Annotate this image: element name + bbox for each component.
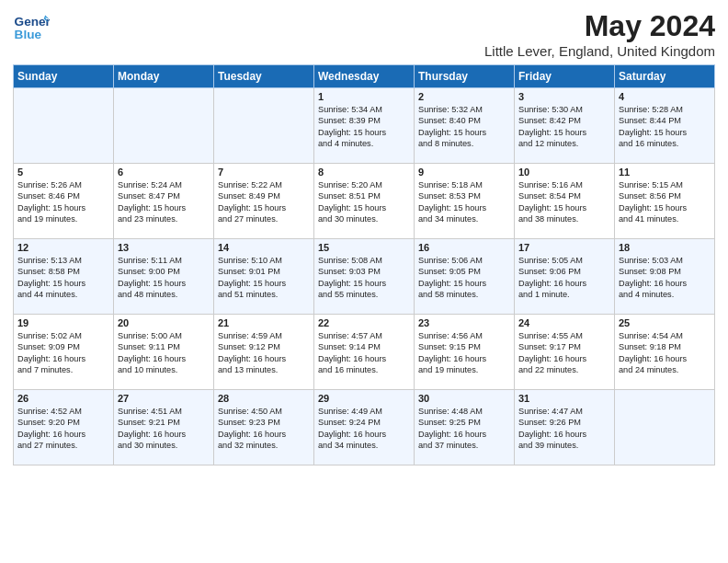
- day-info: Sunrise: 4:50 AM Sunset: 9:23 PM Dayligh…: [218, 406, 310, 452]
- week-row-4: 19Sunrise: 5:02 AM Sunset: 9:09 PM Dayli…: [14, 315, 715, 390]
- day-cell: 22Sunrise: 4:57 AM Sunset: 9:14 PM Dayli…: [314, 315, 415, 390]
- day-cell: 23Sunrise: 4:56 AM Sunset: 9:15 PM Dayli…: [415, 315, 515, 390]
- day-cell: 1Sunrise: 5:34 AM Sunset: 8:39 PM Daylig…: [314, 88, 415, 164]
- col-header-wednesday: Wednesday: [314, 65, 415, 88]
- day-number: 30: [418, 393, 510, 404]
- day-info: Sunrise: 5:34 AM Sunset: 8:39 PM Dayligh…: [318, 104, 410, 150]
- day-cell: [214, 88, 314, 164]
- day-cell: 8Sunrise: 5:20 AM Sunset: 8:51 PM Daylig…: [314, 164, 415, 239]
- day-cell: 21Sunrise: 4:59 AM Sunset: 9:12 PM Dayli…: [214, 315, 314, 390]
- day-info: Sunrise: 5:28 AM Sunset: 8:44 PM Dayligh…: [619, 104, 711, 150]
- day-number: 9: [418, 167, 510, 178]
- day-cell: 30Sunrise: 4:48 AM Sunset: 9:25 PM Dayli…: [415, 390, 515, 465]
- day-cell: 12Sunrise: 5:13 AM Sunset: 8:58 PM Dayli…: [14, 239, 114, 315]
- day-cell: 5Sunrise: 5:26 AM Sunset: 8:46 PM Daylig…: [14, 164, 114, 239]
- day-info: Sunrise: 5:22 AM Sunset: 8:49 PM Dayligh…: [218, 179, 310, 225]
- main-title: May 2024: [484, 9, 715, 43]
- day-number: 2: [418, 91, 510, 102]
- day-info: Sunrise: 5:30 AM Sunset: 8:42 PM Dayligh…: [518, 104, 610, 150]
- day-cell: 10Sunrise: 5:16 AM Sunset: 8:54 PM Dayli…: [515, 164, 615, 239]
- week-row-2: 5Sunrise: 5:26 AM Sunset: 8:46 PM Daylig…: [14, 164, 715, 239]
- day-info: Sunrise: 4:49 AM Sunset: 9:24 PM Dayligh…: [318, 406, 410, 452]
- page: General Blue May 2024 Little Lever, Engl…: [0, 0, 728, 563]
- day-number: 18: [619, 242, 711, 253]
- day-cell: 20Sunrise: 5:00 AM Sunset: 9:11 PM Dayli…: [114, 315, 214, 390]
- week-row-3: 12Sunrise: 5:13 AM Sunset: 8:58 PM Dayli…: [14, 239, 715, 315]
- day-cell: 13Sunrise: 5:11 AM Sunset: 9:00 PM Dayli…: [114, 239, 214, 315]
- day-info: Sunrise: 4:54 AM Sunset: 9:18 PM Dayligh…: [619, 330, 711, 376]
- day-info: Sunrise: 5:32 AM Sunset: 8:40 PM Dayligh…: [418, 104, 510, 150]
- day-number: 24: [518, 317, 610, 328]
- day-cell: 24Sunrise: 4:55 AM Sunset: 9:17 PM Dayli…: [515, 315, 615, 390]
- day-cell: 27Sunrise: 4:51 AM Sunset: 9:21 PM Dayli…: [114, 390, 214, 465]
- day-info: Sunrise: 5:15 AM Sunset: 8:56 PM Dayligh…: [619, 179, 711, 225]
- day-number: 12: [17, 242, 109, 253]
- day-info: Sunrise: 5:10 AM Sunset: 9:01 PM Dayligh…: [218, 255, 310, 301]
- day-number: 28: [218, 393, 310, 404]
- col-header-sunday: Sunday: [14, 65, 114, 88]
- day-number: 6: [118, 167, 210, 178]
- day-number: 1: [318, 91, 410, 102]
- day-cell: 6Sunrise: 5:24 AM Sunset: 8:47 PM Daylig…: [114, 164, 214, 239]
- day-info: Sunrise: 4:57 AM Sunset: 9:14 PM Dayligh…: [318, 330, 410, 376]
- day-cell: 11Sunrise: 5:15 AM Sunset: 8:56 PM Dayli…: [615, 164, 715, 239]
- day-cell: 16Sunrise: 5:06 AM Sunset: 9:05 PM Dayli…: [415, 239, 515, 315]
- day-number: 29: [318, 393, 410, 404]
- day-cell: 31Sunrise: 4:47 AM Sunset: 9:26 PM Dayli…: [515, 390, 615, 465]
- day-cell: [615, 390, 715, 465]
- day-info: Sunrise: 5:08 AM Sunset: 9:03 PM Dayligh…: [318, 255, 410, 301]
- header: General Blue May 2024 Little Lever, Engl…: [13, 9, 715, 59]
- day-info: Sunrise: 5:11 AM Sunset: 9:00 PM Dayligh…: [118, 255, 210, 301]
- day-info: Sunrise: 5:26 AM Sunset: 8:46 PM Dayligh…: [17, 179, 109, 225]
- day-info: Sunrise: 4:55 AM Sunset: 9:17 PM Dayligh…: [518, 330, 610, 376]
- day-number: 13: [118, 242, 210, 253]
- calendar-table: SundayMondayTuesdayWednesdayThursdayFrid…: [13, 64, 715, 465]
- day-info: Sunrise: 5:20 AM Sunset: 8:51 PM Dayligh…: [318, 179, 410, 225]
- day-info: Sunrise: 4:59 AM Sunset: 9:12 PM Dayligh…: [218, 330, 310, 376]
- day-number: 19: [17, 317, 109, 328]
- day-number: 25: [619, 317, 711, 328]
- subtitle: Little Lever, England, United Kingdom: [484, 43, 715, 59]
- logo: General Blue: [13, 9, 50, 46]
- day-number: 11: [619, 167, 711, 178]
- title-block: May 2024 Little Lever, England, United K…: [484, 9, 715, 59]
- day-number: 20: [118, 317, 210, 328]
- day-info: Sunrise: 5:06 AM Sunset: 9:05 PM Dayligh…: [418, 255, 510, 301]
- day-cell: 7Sunrise: 5:22 AM Sunset: 8:49 PM Daylig…: [214, 164, 314, 239]
- day-number: 17: [518, 242, 610, 253]
- day-cell: 3Sunrise: 5:30 AM Sunset: 8:42 PM Daylig…: [515, 88, 615, 164]
- col-header-thursday: Thursday: [415, 65, 515, 88]
- day-number: 21: [218, 317, 310, 328]
- day-info: Sunrise: 4:47 AM Sunset: 9:26 PM Dayligh…: [518, 406, 610, 452]
- day-info: Sunrise: 5:24 AM Sunset: 8:47 PM Dayligh…: [118, 179, 210, 225]
- day-info: Sunrise: 4:56 AM Sunset: 9:15 PM Dayligh…: [418, 330, 510, 376]
- day-number: 22: [318, 317, 410, 328]
- day-info: Sunrise: 5:05 AM Sunset: 9:06 PM Dayligh…: [518, 255, 610, 301]
- day-cell: 29Sunrise: 4:49 AM Sunset: 9:24 PM Dayli…: [314, 390, 415, 465]
- day-number: 7: [218, 167, 310, 178]
- day-number: 23: [418, 317, 510, 328]
- day-info: Sunrise: 5:03 AM Sunset: 9:08 PM Dayligh…: [619, 255, 711, 301]
- day-info: Sunrise: 5:00 AM Sunset: 9:11 PM Dayligh…: [118, 330, 210, 376]
- day-number: 8: [318, 167, 410, 178]
- day-cell: 2Sunrise: 5:32 AM Sunset: 8:40 PM Daylig…: [415, 88, 515, 164]
- day-info: Sunrise: 4:48 AM Sunset: 9:25 PM Dayligh…: [418, 406, 510, 452]
- day-cell: [114, 88, 214, 164]
- day-number: 26: [17, 393, 109, 404]
- day-number: 31: [518, 393, 610, 404]
- day-info: Sunrise: 5:18 AM Sunset: 8:53 PM Dayligh…: [418, 179, 510, 225]
- day-cell: 28Sunrise: 4:50 AM Sunset: 9:23 PM Dayli…: [214, 390, 314, 465]
- day-cell: 4Sunrise: 5:28 AM Sunset: 8:44 PM Daylig…: [615, 88, 715, 164]
- day-number: 16: [418, 242, 510, 253]
- day-info: Sunrise: 5:16 AM Sunset: 8:54 PM Dayligh…: [518, 179, 610, 225]
- week-row-1: 1Sunrise: 5:34 AM Sunset: 8:39 PM Daylig…: [14, 88, 715, 164]
- day-cell: 25Sunrise: 4:54 AM Sunset: 9:18 PM Dayli…: [615, 315, 715, 390]
- logo-icon: General Blue: [13, 9, 50, 46]
- col-header-saturday: Saturday: [615, 65, 715, 88]
- day-cell: 15Sunrise: 5:08 AM Sunset: 9:03 PM Dayli…: [314, 239, 415, 315]
- col-header-tuesday: Tuesday: [214, 65, 314, 88]
- day-cell: 18Sunrise: 5:03 AM Sunset: 9:08 PM Dayli…: [615, 239, 715, 315]
- day-cell: 19Sunrise: 5:02 AM Sunset: 9:09 PM Dayli…: [14, 315, 114, 390]
- day-info: Sunrise: 5:02 AM Sunset: 9:09 PM Dayligh…: [17, 330, 109, 376]
- day-info: Sunrise: 4:52 AM Sunset: 9:20 PM Dayligh…: [17, 406, 109, 452]
